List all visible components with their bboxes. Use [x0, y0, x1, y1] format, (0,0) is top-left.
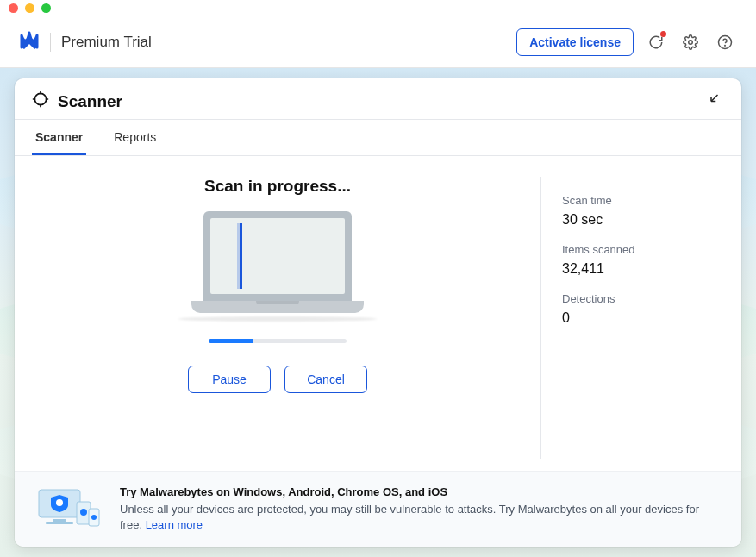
svg-point-0 — [689, 40, 693, 44]
help-icon[interactable] — [713, 30, 737, 54]
minimize-window-button[interactable] — [25, 3, 34, 13]
update-available-dot — [660, 31, 666, 37]
promo-body-text: Unless all your devices are protected, y… — [120, 503, 699, 531]
stat-label-detections: Detections — [562, 292, 721, 305]
svg-rect-9 — [53, 519, 66, 522]
tab-scanner[interactable]: Scanner — [32, 120, 86, 155]
stat-label-scan-time: Scan time — [562, 194, 721, 207]
promo-banner: Try Malwarebytes on Windows, Android, Ch… — [15, 471, 741, 547]
mac-titlebar — [0, 0, 756, 16]
pause-button[interactable]: Pause — [188, 366, 271, 393]
scan-laptop-illustration — [191, 211, 364, 323]
tab-reports[interactable]: Reports — [110, 120, 159, 155]
close-window-button[interactable] — [9, 3, 18, 13]
collapse-panel-icon[interactable] — [709, 92, 724, 111]
svg-point-3 — [34, 93, 46, 104]
logo-separator — [50, 33, 51, 52]
app-header: Premium Trial Activate license — [0, 16, 756, 68]
scan-sweep-bar — [240, 223, 242, 289]
content-backdrop: Scanner Scanner Reports Scan in progress… — [0, 68, 756, 557]
panel-title: Scanner — [58, 92, 122, 111]
scanner-panel: Scanner Scanner Reports Scan in progress… — [15, 78, 741, 547]
svg-point-2 — [725, 45, 726, 46]
stat-label-items-scanned: Items scanned — [562, 243, 721, 256]
svg-rect-10 — [46, 522, 73, 524]
malwarebytes-logo-icon — [19, 30, 40, 54]
promo-body: Unless all your devices are protected, y… — [120, 502, 722, 533]
learn-more-link[interactable]: Learn more — [146, 518, 203, 531]
promo-title: Try Malwarebytes on Windows, Android, Ch… — [120, 485, 722, 498]
scanner-target-icon — [32, 91, 49, 112]
cancel-button[interactable]: Cancel — [284, 366, 367, 393]
refresh-icon[interactable] — [644, 30, 668, 54]
scan-progress-fill — [209, 339, 253, 343]
fullscreen-window-button[interactable] — [41, 3, 51, 13]
svg-point-15 — [91, 515, 97, 520]
product-name: Premium Trial — [61, 34, 152, 51]
stat-value-scan-time: 30 sec — [562, 212, 721, 228]
stat-value-items-scanned: 32,411 — [562, 261, 721, 277]
svg-point-13 — [80, 509, 87, 516]
scan-status-heading: Scan in progress... — [204, 177, 351, 196]
gear-icon[interactable] — [678, 30, 703, 54]
stat-value-detections: 0 — [562, 310, 721, 326]
devices-illustration — [34, 486, 103, 531]
tab-bar: Scanner Reports — [15, 120, 741, 156]
scan-progress-bar — [209, 339, 347, 343]
activate-license-button[interactable]: Activate license — [516, 28, 634, 56]
svg-point-11 — [56, 499, 63, 506]
scan-stats: Scan time 30 sec Items scanned 32,411 De… — [540, 177, 741, 459]
